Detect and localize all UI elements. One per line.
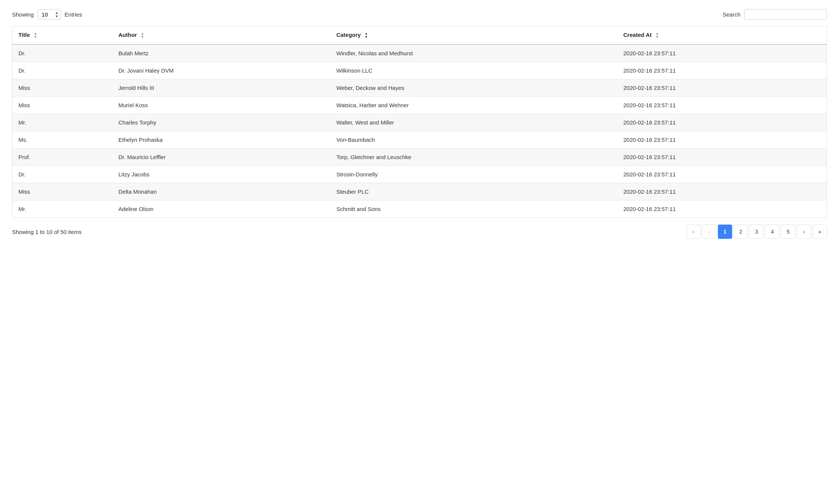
search-label: Search <box>722 11 740 18</box>
table-row: Ms.Ethelyn ProhaskaVon-Baumbach2020-02-1… <box>12 131 827 149</box>
cell-author: Bulah Mertz <box>112 44 330 62</box>
col-title-label: Title <box>18 32 30 38</box>
search-area: Search <box>722 9 827 20</box>
table-body: Dr.Bulah MertzWindler, Nicolas and Medhu… <box>12 44 827 218</box>
col-title-sort-icon: ▲▼ <box>34 32 37 39</box>
cell-category: Walter, West and Miller <box>330 114 617 131</box>
cell-created_at: 2020-02-16 23:57:11 <box>617 79 827 97</box>
cell-category: Windler, Nicolas and Medhurst <box>330 44 617 62</box>
cell-category: Steuber PLC <box>330 183 617 200</box>
table-header-row: Title ▲▼ Author ▲▼ Category ▲▼ Created A… <box>12 26 827 45</box>
cell-author: Dr. Jovani Haley DVM <box>112 62 330 79</box>
page-5-button[interactable]: 5 <box>781 225 795 239</box>
cell-title: Mr. <box>12 200 112 218</box>
cell-created_at: 2020-02-16 23:57:11 <box>617 149 827 166</box>
col-author-label: Author <box>119 32 137 38</box>
cell-created_at: 2020-02-16 23:57:11 <box>617 114 827 131</box>
cell-category: Weber, Deckow and Hayes <box>330 79 617 97</box>
col-category[interactable]: Category ▲▼ <box>330 26 617 45</box>
col-created-at-label: Created At <box>623 32 652 38</box>
cell-category: Wilkinson LLC <box>330 62 617 79</box>
col-author-sort-icon: ▲▼ <box>141 32 144 39</box>
col-category-sort-icon: ▲▼ <box>365 32 368 39</box>
cell-created_at: 2020-02-16 23:57:11 <box>617 62 827 79</box>
table-row: Mr.Adeline OlsonSchmitt and Sons2020-02-… <box>12 200 827 218</box>
col-created-at-sort-icon: ▲▼ <box>655 32 659 39</box>
page-first-button[interactable]: « <box>686 225 701 239</box>
cell-category: Von-Baumbach <box>330 131 617 149</box>
cell-created_at: 2020-02-16 23:57:11 <box>617 200 827 218</box>
page-3-button[interactable]: 3 <box>749 225 764 239</box>
cell-author: Ethelyn Prohaska <box>112 131 330 149</box>
cell-author: Charles Torphy <box>112 114 330 131</box>
page-last-button[interactable]: » <box>813 225 827 239</box>
col-author[interactable]: Author ▲▼ <box>112 26 330 45</box>
cell-title: Miss <box>12 183 112 200</box>
entries-label: Entries <box>65 11 82 18</box>
cell-category: Strosin-Donnelly <box>330 166 617 183</box>
cell-title: Dr. <box>12 166 112 183</box>
cell-title: Mr. <box>12 114 112 131</box>
cell-category: Watsica, Harber and Wehner <box>330 97 617 114</box>
page-next-button[interactable]: › <box>797 225 811 239</box>
table-row: Dr.Litzy JacobsStrosin-Donnelly2020-02-1… <box>12 166 827 183</box>
col-category-label: Category <box>336 32 361 38</box>
col-title[interactable]: Title ▲▼ <box>12 26 112 45</box>
cell-created_at: 2020-02-16 23:57:11 <box>617 44 827 62</box>
search-input[interactable] <box>744 9 827 20</box>
cell-author: Litzy Jacobs <box>112 166 330 183</box>
cell-title: Dr. <box>12 44 112 62</box>
cell-author: Jerrold Hills III <box>112 79 330 97</box>
cell-title: Ms. <box>12 131 112 149</box>
col-created-at[interactable]: Created At ▲▼ <box>617 26 827 45</box>
table-row: Dr.Dr. Jovani Haley DVMWilkinson LLC2020… <box>12 62 827 79</box>
cell-created_at: 2020-02-16 23:57:11 <box>617 166 827 183</box>
cell-title: Dr. <box>12 62 112 79</box>
entries-select-wrapper: 10 25 50 100 ▲▼ <box>38 9 61 20</box>
page-1-button[interactable]: 1 <box>718 225 732 239</box>
cell-author: Dr. Mauricio Leffler <box>112 149 330 166</box>
cell-category: Torp, Gleichner and Leuschke <box>330 149 617 166</box>
showing-info: Showing 1 to 10 of 50 items <box>12 229 82 235</box>
table-row: Dr.Bulah MertzWindler, Nicolas and Medhu… <box>12 44 827 62</box>
cell-created_at: 2020-02-16 23:57:11 <box>617 131 827 149</box>
cell-title: Miss <box>12 97 112 114</box>
cell-title: Miss <box>12 79 112 97</box>
entries-select[interactable]: 10 25 50 100 <box>38 9 61 20</box>
page-4-button[interactable]: 4 <box>765 225 780 239</box>
top-bar: Showing 10 25 50 100 ▲▼ Entries Search <box>12 9 827 20</box>
table-row: MissDelta MonahanSteuber PLC2020-02-16 2… <box>12 183 827 200</box>
cell-created_at: 2020-02-16 23:57:11 <box>617 183 827 200</box>
data-table: Title ▲▼ Author ▲▼ Category ▲▼ Created A… <box>12 26 827 218</box>
footer: Showing 1 to 10 of 50 items « ‹ 1 2 3 4 … <box>12 225 827 239</box>
page-prev-button[interactable]: ‹ <box>702 225 716 239</box>
cell-author: Delta Monahan <box>112 183 330 200</box>
page-2-button[interactable]: 2 <box>734 225 748 239</box>
table-row: MissMuriel KossWatsica, Harber and Wehne… <box>12 97 827 114</box>
cell-title: Prof. <box>12 149 112 166</box>
showing-label: Showing <box>12 11 34 18</box>
cell-author: Muriel Koss <box>112 97 330 114</box>
cell-created_at: 2020-02-16 23:57:11 <box>617 97 827 114</box>
table-row: Prof.Dr. Mauricio LefflerTorp, Gleichner… <box>12 149 827 166</box>
cell-category: Schmitt and Sons <box>330 200 617 218</box>
table-row: Mr.Charles TorphyWalter, West and Miller… <box>12 114 827 131</box>
left-controls: Showing 10 25 50 100 ▲▼ Entries <box>12 9 82 20</box>
pagination: « ‹ 1 2 3 4 5 › » <box>686 225 827 239</box>
cell-author: Adeline Olson <box>112 200 330 218</box>
table-row: MissJerrold Hills IIIWeber, Deckow and H… <box>12 79 827 97</box>
